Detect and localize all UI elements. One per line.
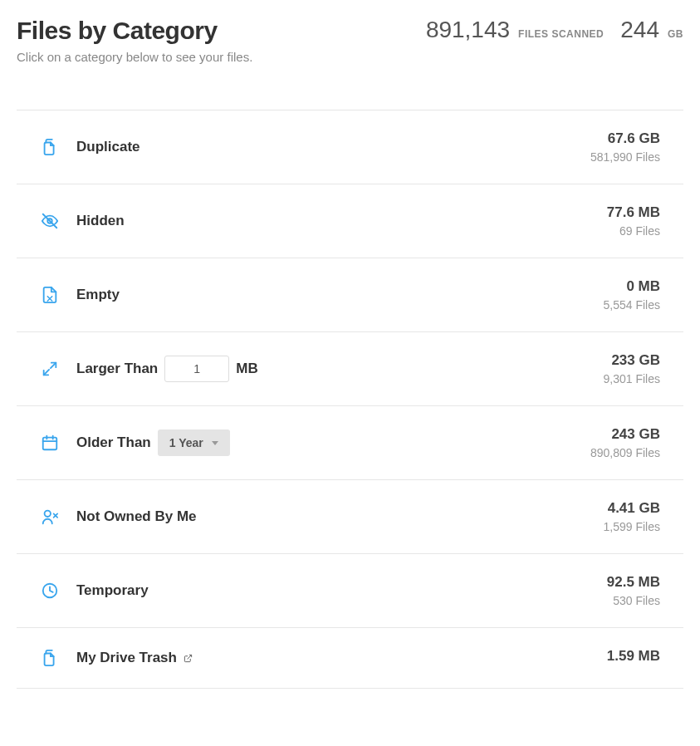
- category-files: 1,599 Files: [604, 520, 660, 533]
- category-list: Duplicate 67.6 GB 581,990 Files Hidden 7…: [17, 110, 683, 689]
- files-scanned-stat: 891,143 FILES SCANNED: [426, 17, 604, 43]
- category-label-prefix: Older Than: [76, 434, 151, 451]
- category-stats: 1.59 MB: [607, 648, 660, 668]
- category-files: 5,554 Files: [604, 298, 660, 312]
- category-files: 9,301 Files: [604, 372, 660, 385]
- total-size-number: 244: [620, 17, 659, 43]
- category-files: 530 Files: [607, 594, 660, 607]
- category-size: 243 GB: [590, 426, 660, 443]
- category-label-text: Empty: [76, 287, 120, 303]
- category-stats: 0 MB 5,554 Files: [604, 278, 660, 312]
- duplicate-icon: [40, 648, 60, 668]
- category-stats: 233 GB 9,301 Files: [604, 352, 660, 385]
- svg-line-5: [44, 370, 49, 375]
- category-size: 92.5 MB: [607, 574, 660, 591]
- clock-icon: [40, 581, 60, 601]
- expand-icon: [40, 359, 60, 379]
- category-label: Hidden: [76, 213, 607, 229]
- category-size: 67.6 GB: [590, 130, 660, 147]
- header: Files by Category 891,143 FILES SCANNED …: [17, 17, 683, 45]
- file-x-icon: [40, 285, 60, 305]
- category-stats: 92.5 MB 530 Files: [607, 574, 660, 607]
- category-stats: 67.6 GB 581,990 Files: [590, 130, 660, 164]
- category-label: My Drive Trash: [76, 650, 607, 666]
- external-link-icon: [184, 654, 193, 663]
- category-stats: 4.41 GB 1,599 Files: [604, 500, 660, 533]
- category-size: 4.41 GB: [604, 500, 660, 517]
- category-older-than[interactable]: Older Than 1 Year 243 GB 890,809 Files: [17, 406, 683, 480]
- user-x-icon: [40, 507, 60, 527]
- category-label-text: Temporary: [76, 582, 149, 599]
- larger-than-input[interactable]: [164, 356, 229, 382]
- category-label: Empty: [76, 287, 604, 303]
- category-temporary[interactable]: Temporary 92.5 MB 530 Files: [17, 554, 683, 628]
- older-than-dropdown[interactable]: 1 Year: [158, 429, 230, 456]
- category-trash[interactable]: My Drive Trash 1.59 MB: [17, 628, 683, 689]
- dropdown-value: 1 Year: [169, 436, 203, 449]
- total-size-stat: 244 GB: [620, 17, 683, 43]
- category-label: Temporary: [76, 582, 607, 599]
- chevron-down-icon: [212, 441, 218, 445]
- files-scanned-number: 891,143: [426, 17, 510, 43]
- category-label-text: Not Owned By Me: [76, 508, 197, 525]
- category-larger-than[interactable]: Larger Than MB 233 GB 9,301 Files: [17, 332, 683, 406]
- category-label: Older Than 1 Year: [76, 429, 590, 456]
- svg-rect-6: [43, 438, 57, 450]
- category-files: 69 Files: [607, 224, 660, 238]
- eye-off-icon: [40, 211, 60, 231]
- svg-line-14: [188, 655, 192, 659]
- files-scanned-label: FILES SCANNED: [518, 28, 604, 40]
- category-size: 1.59 MB: [607, 648, 660, 665]
- header-stats: 891,143 FILES SCANNED 244 GB: [426, 17, 683, 43]
- svg-line-4: [51, 363, 56, 368]
- category-size: 77.6 MB: [607, 204, 660, 221]
- category-size: 0 MB: [604, 278, 660, 295]
- category-not-owned[interactable]: Not Owned By Me 4.41 GB 1,599 Files: [17, 480, 683, 554]
- total-size-unit: GB: [668, 28, 683, 40]
- category-stats: 243 GB 890,809 Files: [590, 426, 660, 459]
- category-size: 233 GB: [604, 352, 660, 369]
- page-title: Files by Category: [17, 17, 218, 45]
- category-stats: 77.6 MB 69 Files: [607, 204, 660, 238]
- svg-point-10: [45, 511, 51, 517]
- page-subtitle: Click on a category below to see your fi…: [17, 50, 683, 64]
- category-empty[interactable]: Empty 0 MB 5,554 Files: [17, 258, 683, 332]
- category-label: Duplicate: [76, 139, 590, 155]
- category-label-suffix: MB: [236, 361, 257, 377]
- category-label-text: Duplicate: [76, 139, 140, 155]
- duplicate-icon: [40, 137, 60, 157]
- category-files: 890,809 Files: [590, 446, 660, 459]
- category-duplicate[interactable]: Duplicate 67.6 GB 581,990 Files: [17, 110, 683, 184]
- category-label-text: Hidden: [76, 213, 125, 229]
- category-label: Not Owned By Me: [76, 508, 604, 525]
- category-label-prefix: Larger Than: [76, 361, 158, 377]
- category-files: 581,990 Files: [590, 150, 660, 164]
- category-hidden[interactable]: Hidden 77.6 MB 69 Files: [17, 184, 683, 258]
- category-label-text: My Drive Trash: [76, 650, 177, 666]
- calendar-icon: [40, 433, 60, 453]
- category-label: Larger Than MB: [76, 356, 604, 382]
